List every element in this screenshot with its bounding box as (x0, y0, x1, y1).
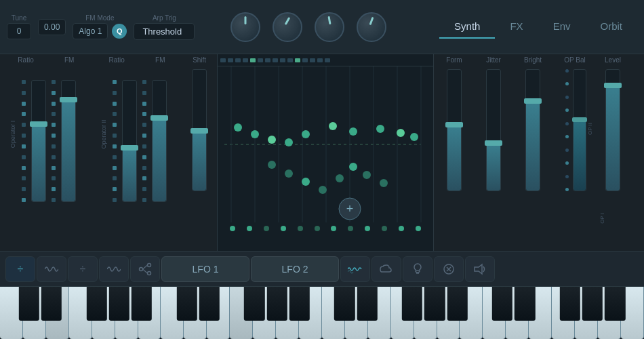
fm1-slider[interactable] (61, 80, 76, 202)
shift-thumb[interactable] (190, 128, 208, 134)
black-key-11[interactable] (334, 287, 355, 321)
black-key-17[interactable] (515, 287, 535, 321)
seq-node[interactable] (397, 129, 405, 137)
tab-env[interactable]: Env (538, 15, 586, 39)
dot (22, 155, 26, 159)
top-bar-left: Tune 0 0.00 FM Mode Algo 1 Q Arp Trig Th… (7, 14, 230, 40)
jitter-thumb[interactable] (485, 140, 502, 146)
dot (142, 134, 146, 138)
tune-value[interactable]: 0 (7, 23, 31, 39)
black-key-14[interactable] (424, 287, 445, 321)
black-key-1[interactable] (19, 287, 39, 321)
fm2-thumb[interactable] (150, 115, 168, 121)
threshold-value[interactable]: Threshold (134, 23, 195, 40)
close-icon-btn[interactable] (434, 256, 464, 282)
seq-node[interactable] (349, 127, 357, 136)
lfo1-button[interactable]: LFO 1 (161, 256, 249, 282)
wave2-icon-btn[interactable] (99, 256, 129, 282)
black-key-13[interactable] (402, 287, 422, 321)
level-slider[interactable] (605, 69, 620, 191)
knob-3[interactable] (315, 12, 344, 42)
fm1-header: FM (49, 54, 89, 66)
level-thumb[interactable] (604, 83, 622, 88)
divide-icon-btn[interactable]: ÷ (5, 256, 35, 282)
black-key-7[interactable] (199, 287, 220, 321)
dot (22, 80, 26, 84)
ratio2-slider[interactable] (122, 80, 137, 202)
seq-top-dot-11 (295, 58, 300, 62)
dot (52, 123, 56, 127)
seq-node[interactable] (376, 125, 384, 133)
opbal-col: OP Bal OP II (555, 54, 595, 251)
seq-bottom-dots (218, 222, 433, 235)
seq-node[interactable] (302, 178, 310, 186)
tab-orbit[interactable]: Orbit (585, 15, 637, 39)
cloud-icon-btn[interactable] (371, 256, 401, 282)
seq-svg[interactable]: + (218, 66, 433, 222)
seq-node[interactable] (251, 130, 259, 138)
black-key-3[interactable] (86, 287, 106, 321)
branches-icon-btn[interactable] (130, 256, 160, 282)
waves-icon-btn[interactable] (340, 256, 370, 282)
seq-node[interactable] (302, 130, 310, 138)
opbal-slider1[interactable] (573, 69, 586, 191)
knob-1[interactable] (230, 12, 260, 42)
black-key-18[interactable] (560, 287, 580, 321)
seq-node[interactable] (285, 170, 293, 178)
seq-node[interactable] (268, 136, 276, 144)
divide2-icon-btn[interactable]: ÷ (68, 256, 98, 282)
fm2-slider[interactable] (152, 80, 167, 202)
form-thumb[interactable] (445, 122, 463, 127)
black-key-9[interactable] (266, 287, 287, 321)
black-key-10[interactable] (289, 287, 310, 321)
seq-node[interactable] (268, 161, 276, 169)
fm1-thumb[interactable] (60, 97, 77, 102)
black-key-19[interactable] (582, 287, 603, 321)
black-key-5[interactable] (132, 287, 152, 321)
black-key-12[interactable] (357, 287, 377, 321)
bright-thumb[interactable] (524, 98, 542, 104)
seq-node[interactable] (410, 133, 418, 141)
knob-4[interactable] (357, 12, 386, 42)
knob-2[interactable] (273, 12, 302, 42)
q-button[interactable]: Q (112, 24, 127, 39)
seq-node[interactable] (329, 122, 337, 130)
black-key-4[interactable] (109, 287, 129, 321)
black-key-8[interactable] (244, 287, 264, 321)
lfo2-button[interactable]: LFO 2 (251, 256, 339, 282)
bright-slider[interactable] (525, 69, 540, 191)
algo-value[interactable]: Algo 1 (73, 23, 108, 39)
seq-node[interactable] (285, 138, 293, 146)
seq-node[interactable] (336, 174, 344, 182)
ratio1-thumb[interactable] (30, 121, 47, 127)
form-slider[interactable] (447, 69, 462, 191)
black-key-16[interactable] (492, 287, 512, 321)
wave-icon-btn[interactable] (37, 256, 66, 282)
black-key-2[interactable] (41, 287, 62, 321)
speaker-icon-btn[interactable] (465, 256, 495, 282)
jitter-slider[interactable] (486, 69, 501, 191)
opbal-fill1 (573, 118, 586, 191)
bulb-icon-btn[interactable] (403, 256, 432, 282)
ratio2-thumb[interactable] (121, 145, 138, 151)
tab-synth[interactable]: Synth (439, 15, 495, 39)
black-key-20[interactable] (605, 287, 625, 321)
bright-header: Bright (524, 54, 542, 66)
fm2-header: FM (140, 54, 180, 66)
seq-node[interactable] (363, 171, 371, 179)
seq-node[interactable] (349, 163, 357, 171)
fine-value[interactable]: 0.00 (38, 19, 66, 35)
opbal-thumb1[interactable] (572, 117, 587, 122)
dot (52, 187, 56, 191)
shift-slider[interactable] (192, 69, 207, 191)
seq-node[interactable] (380, 179, 388, 187)
dot (142, 91, 146, 95)
black-key-15[interactable] (447, 287, 467, 321)
dot (22, 123, 26, 127)
seq-node[interactable] (319, 186, 327, 194)
tab-fx[interactable]: FX (495, 15, 538, 39)
seq-node[interactable] (234, 123, 242, 132)
ratio1-slider[interactable] (31, 80, 46, 202)
seq-bdot-4 (281, 226, 286, 231)
black-key-6[interactable] (176, 287, 197, 321)
